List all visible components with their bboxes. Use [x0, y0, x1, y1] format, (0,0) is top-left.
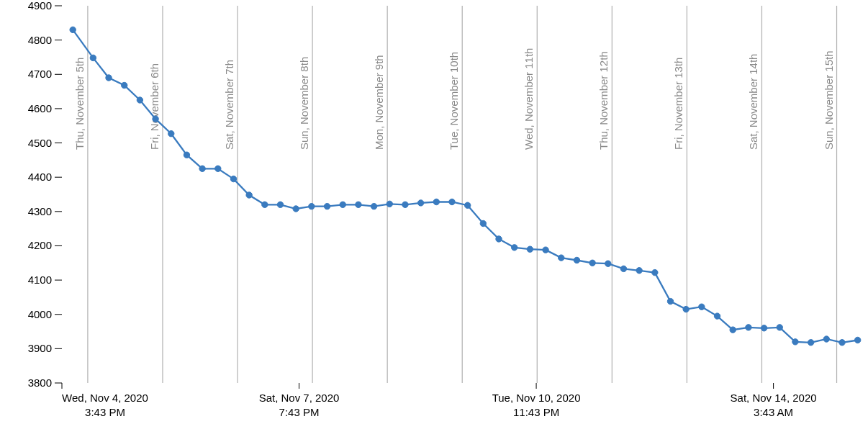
series-point [433, 199, 439, 204]
series-point [589, 260, 595, 266]
series-point [230, 176, 236, 181]
series-point [808, 340, 813, 346]
series-point [652, 269, 658, 275]
series-point [168, 130, 174, 136]
series-point [699, 304, 705, 310]
series-point [402, 202, 408, 207]
series-point [90, 55, 96, 60]
series-point [356, 202, 361, 207]
day-gridline-label: Sat, November 7th [223, 60, 235, 150]
series-point [153, 116, 158, 122]
series-point [293, 206, 299, 212]
series-point [464, 202, 470, 208]
series-point [417, 200, 423, 206]
series-point [184, 152, 189, 158]
series-point [199, 166, 205, 171]
series-point [605, 261, 611, 266]
y-tick-label: 4100 [28, 274, 52, 286]
x-tick-label-line2: 3:43 AM [754, 406, 793, 418]
day-gridline-label: Fri, November 6th [148, 63, 161, 150]
series-point [683, 306, 689, 312]
y-tick-label: 4900 [28, 0, 52, 12]
x-tick-label-line1: Tue, Nov 10, 2020 [492, 392, 581, 404]
series-point [70, 27, 76, 32]
y-tick-label: 3800 [28, 376, 52, 389]
chart-container: Thu, November 5thFri, November 6thSat, N… [0, 0, 868, 442]
series-point [215, 166, 221, 171]
series-point [746, 325, 751, 330]
series-point [543, 247, 548, 253]
series-point [730, 327, 736, 333]
series-point [527, 246, 533, 252]
y-tick-label: 4800 [28, 34, 52, 46]
day-gridline-label: Sun, November 15th [823, 50, 835, 150]
x-tick-label-line2: 3:43 PM [85, 406, 125, 418]
series-point [761, 325, 767, 331]
day-gridline-label: Thu, November 12th [597, 51, 610, 150]
series-point [309, 203, 315, 209]
series-point [620, 266, 626, 271]
series-point [137, 97, 143, 103]
series-line [73, 30, 858, 343]
series-point [823, 336, 829, 342]
line-chart: Thu, November 5thFri, November 6thSat, N… [0, 0, 868, 442]
series-point [340, 202, 345, 207]
series-point [636, 268, 642, 274]
series-point [559, 255, 564, 261]
day-gridline-label: Sun, November 8th [298, 57, 310, 150]
series-point [449, 199, 455, 204]
series-point [386, 201, 392, 207]
x-tick-label-line1: Sat, Nov 7, 2020 [259, 392, 340, 404]
series-point [106, 75, 112, 81]
x-tick-label-line1: Sat, Nov 14, 2020 [731, 392, 817, 404]
x-tick-label-line2: 11:43 PM [513, 406, 559, 418]
series-point [324, 203, 330, 209]
y-tick-label: 4700 [28, 68, 52, 80]
y-tick-label: 4300 [28, 205, 52, 217]
y-tick-label: 3900 [28, 342, 52, 354]
day-gridline-label: Thu, November 5th [73, 58, 86, 150]
series-point [512, 245, 517, 251]
x-tick-label-line1: Wed, Nov 4, 2020 [62, 392, 148, 404]
series-point [480, 220, 486, 226]
day-gridline-label: Wed, November 11th [523, 48, 535, 150]
x-tick-label-line2: 7:43 PM [279, 406, 320, 418]
day-gridline-label: Mon, November 9th [373, 55, 385, 150]
series-point [854, 337, 860, 343]
day-gridline-label: Tue, November 10th [448, 52, 460, 150]
y-tick-label: 4200 [28, 239, 52, 251]
series-point [496, 236, 502, 242]
series-point [246, 192, 252, 198]
day-gridline-label: Fri, November 13th [672, 58, 684, 150]
y-tick-label: 4500 [28, 137, 52, 149]
series-point [371, 203, 376, 209]
series-point [122, 82, 127, 88]
series-point [839, 340, 845, 346]
series-point [777, 325, 782, 330]
series-point [714, 313, 720, 319]
series-point [667, 298, 673, 304]
y-tick-label: 4000 [28, 308, 52, 320]
y-tick-label: 4400 [28, 171, 52, 183]
series-point [262, 202, 268, 207]
series-point [792, 339, 798, 345]
series-point [574, 257, 579, 263]
day-gridline-label: Sat, November 14th [747, 54, 759, 150]
y-tick-label: 4600 [28, 102, 52, 114]
series-point [277, 202, 283, 207]
